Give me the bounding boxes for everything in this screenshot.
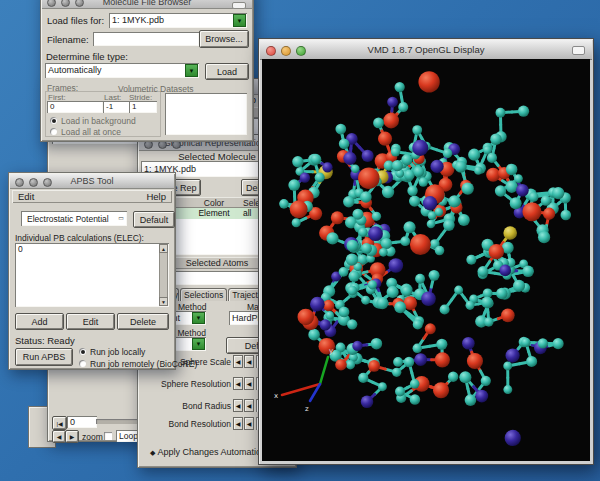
spin-left-icon[interactable]: ◀: [233, 377, 243, 390]
apbs-tool-window: APBS Tool Edit Help Electrostatic Potent…: [8, 172, 176, 370]
jump-start-button[interactable]: |◀: [52, 416, 67, 430]
run-remote-label: Run job remotely (BioCoRE): [90, 359, 197, 369]
scroll-up-icon: ▲: [159, 244, 168, 253]
step-forward-button[interactable]: ▶: [65, 430, 79, 443]
apply-diamond-icon: ◆: [150, 449, 155, 456]
window-title: APBS Tool: [71, 176, 114, 186]
load-button[interactable]: Load: [205, 63, 249, 80]
zoom-window-icon: [75, 0, 84, 7]
filename-label: Filename:: [47, 34, 89, 45]
scroll-down-icon: ▼: [159, 297, 168, 306]
apply-changes-checkbox[interactable]: ◆ Apply Changes Automatically: [150, 447, 274, 457]
dropdown-arrow-icon[interactable]: ▼: [185, 64, 198, 77]
loop-value: Loop: [119, 431, 138, 441]
run-apbs-button[interactable]: Run APBS: [15, 348, 73, 366]
molecule-render: xyz: [262, 59, 590, 461]
window-title: VMD 1.8.7 OpenGL Display: [368, 44, 485, 55]
spin-left-icon[interactable]: ◀: [233, 417, 243, 430]
load-once-radio[interactable]: [50, 128, 57, 135]
apbs-menubar: Edit Help: [12, 190, 172, 203]
molecule-file-browser-window: Molecule File Browser Load files for: 1:…: [40, 0, 254, 142]
desktop: Help Vol 0 0 |◀ 0 ◀ ▶ zoom Loop ▼ Graphi…: [0, 0, 600, 481]
apbs-default-button[interactable]: Default: [133, 211, 175, 228]
volumetric-list[interactable]: [165, 93, 247, 135]
window-title: Molecule File Browser: [103, 0, 192, 7]
toolbar-button[interactable]: [572, 46, 585, 55]
zoom-window-icon: [43, 178, 52, 187]
spin-left-icon[interactable]: ◀: [244, 399, 254, 412]
filetype-select[interactable]: Automatically ▼: [45, 63, 199, 78]
step-back-button[interactable]: ◀: [52, 430, 66, 443]
last-input[interactable]: -1: [103, 101, 131, 113]
delete-button[interactable]: Delete: [117, 313, 169, 330]
load-files-select[interactable]: 1: 1MYK.pdb ▼: [109, 13, 247, 28]
close-icon: [47, 0, 56, 7]
window-dots[interactable]: [47, 0, 84, 7]
close-icon: [15, 178, 24, 187]
minimize-icon: [61, 0, 70, 7]
spin-left-icon[interactable]: ◀: [244, 377, 254, 390]
load-background-label: Load in background: [61, 116, 136, 126]
menu-edit[interactable]: Edit: [18, 191, 34, 202]
close-icon: [266, 46, 276, 56]
combo-indicator-icon: ▭: [118, 214, 124, 221]
pb-calcs-list[interactable]: 0 ▲ ▼: [15, 243, 169, 307]
bond-resolution-label: Bond Resolution: [140, 419, 231, 429]
selected-atoms-label: Selected Atoms: [186, 258, 249, 268]
calc-type-select[interactable]: Electrostatic Potential ▭: [21, 211, 127, 226]
menu-help[interactable]: Help: [146, 191, 166, 202]
first-input[interactable]: 0: [47, 101, 103, 113]
load-once-label: Load all at once: [61, 127, 121, 137]
spin-left-icon[interactable]: ◀: [233, 399, 243, 412]
pb-calcs-label: Individual PB calculations (ELEC):: [15, 233, 144, 243]
stride-input[interactable]: 1: [129, 101, 157, 113]
dropdown-arrow-icon[interactable]: ▼: [192, 338, 205, 350]
run-local-radio[interactable]: [79, 348, 86, 355]
col-color: Color: [185, 198, 243, 208]
minimize-icon: [281, 46, 291, 56]
spin-left-icon[interactable]: ◀: [233, 355, 243, 368]
traffic-lights[interactable]: [266, 46, 306, 56]
bond-radius-label: Bond Radius: [140, 401, 231, 411]
edit-button[interactable]: Edit: [66, 313, 115, 330]
window-dots[interactable]: [15, 178, 52, 187]
load-background-radio[interactable]: [50, 117, 57, 124]
zoom-checkbox[interactable]: [104, 432, 112, 440]
list-item[interactable]: 0: [15, 243, 169, 255]
apply-changes-label: Apply Changes Automatically: [157, 447, 274, 457]
load-files-label: Load files for:: [47, 15, 104, 26]
spin-left-icon[interactable]: ◀: [244, 417, 254, 430]
status-text: Status: Ready: [15, 335, 75, 346]
dropdown-arrow-icon[interactable]: ▼: [233, 14, 246, 27]
collapse-button[interactable]: [232, 2, 246, 9]
scrollbar[interactable]: ▲ ▼: [159, 244, 168, 306]
opengl-titlebar[interactable]: VMD 1.8.7 OpenGL Display: [260, 40, 592, 60]
zoom-label: zoom: [82, 432, 103, 442]
apbs-titlebar[interactable]: APBS Tool: [10, 174, 174, 189]
opengl-viewport[interactable]: xyz: [262, 59, 590, 461]
minimize-icon: [29, 178, 38, 187]
run-local-label: Run job locally: [90, 347, 145, 357]
run-remote-radio[interactable]: [79, 360, 86, 367]
svg-text:z: z: [305, 405, 309, 413]
browse-button[interactable]: Browse...: [199, 30, 249, 48]
frame-field[interactable]: 0: [67, 416, 97, 428]
file-browser-titlebar[interactable]: Molecule File Browser: [42, 0, 252, 9]
svg-text:x: x: [274, 392, 278, 400]
zoom-window-icon: [296, 46, 306, 56]
svg-text:y: y: [329, 347, 333, 355]
tab-selections[interactable]: Selections: [180, 288, 227, 301]
dropdown-arrow-icon[interactable]: ▼: [192, 312, 205, 324]
opengl-display-window: VMD 1.8.7 OpenGL Display xyz: [258, 38, 594, 465]
filename-input[interactable]: [93, 32, 199, 46]
add-button[interactable]: Add: [15, 313, 64, 330]
spin-left-icon[interactable]: ◀: [244, 355, 254, 368]
sphere-resolution-label: Sphere Resolution: [140, 379, 231, 389]
filetype-label: Determine file type:: [46, 51, 128, 62]
